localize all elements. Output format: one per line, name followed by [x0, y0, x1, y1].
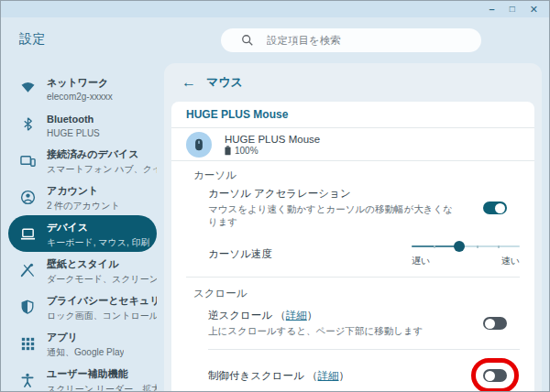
- sidebar-item-sublabel: elecom2g-xxxxx: [47, 92, 113, 102]
- device-row: HUGE PLUS Mouse 100%: [171, 128, 534, 161]
- search-icon: [241, 34, 254, 47]
- slider-thumb[interactable]: [454, 241, 465, 252]
- sidebar-item-sublabel: HUGE PLUS: [47, 128, 100, 138]
- sidebar-item-sublabel: スマートフォン ハブ、クイック...: [47, 163, 157, 176]
- setting-row-controlled-scroll: 制御付きスクロール （詳細）: [171, 352, 534, 391]
- page-title: 設定: [19, 31, 46, 48]
- privacy-icon: [19, 299, 36, 315]
- sidebar-item-network[interactable]: ネットワークelecom2g-xxxxx: [8, 69, 157, 105]
- back-arrow-icon[interactable]: ←: [177, 74, 201, 91]
- close-button[interactable]: ✕: [530, 5, 538, 15]
- controlled-scroll-toggle[interactable]: [483, 369, 507, 382]
- slider-min-label: 遅い: [412, 255, 430, 267]
- sidebar-item-sublabel: 2 件のアカウント: [47, 200, 120, 212]
- accessibility-icon: [19, 372, 36, 388]
- main-panel: ← マウス HUGE PLUS Mouse HUGE PLUS Mouse 10…: [164, 63, 542, 391]
- sidebar-item-sublabel: スクリーン リーダー、拡大: [47, 383, 157, 392]
- app-header: 設定: [1, 17, 549, 63]
- setting-title: 制御付きスクロール: [208, 370, 304, 381]
- sidebar-item-privacy-security[interactable]: プライバシーとセキュリティロック画面、コントロール: [8, 289, 157, 325]
- section-label-scroll: スクロール: [171, 279, 534, 299]
- setting-row-cursor-speed: カーソル速度 遅い 速い: [171, 234, 534, 273]
- cursor-speed-slider: 遅い 速い: [412, 240, 520, 267]
- bluetooth-icon: [19, 115, 36, 132]
- setting-subtitle: 上にスクロールすると、ページ下部に移動します: [208, 325, 459, 338]
- app-body: ネットワークelecom2g-xxxxx BluetoothHUGE PLUS …: [1, 63, 549, 391]
- settings-window: – □ ✕ 設定 ネットワークelecom2g-xxxxx BluetoothH…: [0, 0, 550, 392]
- battery-icon: [225, 146, 231, 156]
- paren: （: [275, 310, 286, 321]
- setting-row-cursor-acceleration: カーソル アクセラレーション マウスをより速く動かすとカーソルの移動幅が大きくな…: [171, 181, 534, 234]
- setting-title: カーソル速度: [208, 247, 401, 261]
- sidebar-item-device[interactable]: デバイスキーボード, マウス, 印刷: [8, 215, 157, 252]
- sidebar-item-label: ユーザー補助機能: [47, 368, 128, 379]
- sidebar-item-sublabel: ダークモード、スクリーン セー...: [47, 273, 157, 286]
- sidebar-item-label: アカウント: [47, 185, 98, 196]
- sidebar-item-accounts[interactable]: アカウント2 件のアカウント: [8, 179, 157, 215]
- paren: ）: [339, 370, 350, 381]
- laptop-icon: [19, 225, 36, 242]
- minimize-button[interactable]: –: [490, 5, 495, 15]
- sidebar-item-label: デバイス: [47, 222, 88, 233]
- sidebar-item-sublabel: 通知、Google Play: [47, 346, 124, 359]
- cursor-acceleration-toggle[interactable]: [483, 201, 507, 214]
- sidebar-item-wallpaper-style[interactable]: 壁紙とスタイルダークモード、スクリーン セー...: [8, 252, 157, 289]
- reverse-scroll-detail-link[interactable]: 詳細: [286, 310, 307, 321]
- setting-title: 逆スクロール: [208, 310, 272, 321]
- divider: [208, 349, 520, 350]
- sidebar-item-label: プライバシーとセキュリティ: [47, 295, 157, 306]
- brush-icon: [19, 262, 36, 278]
- sidebar: ネットワークelecom2g-xxxxx BluetoothHUGE PLUS …: [1, 63, 164, 391]
- sidebar-item-label: 壁紙とスタイル: [47, 258, 118, 269]
- sidebar-item-accessibility[interactable]: ユーザー補助機能スクリーン リーダー、拡大: [8, 362, 157, 392]
- setting-subtitle: マウスをより速く動かすとカーソルの移動幅が大きくなります: [208, 203, 459, 229]
- slider-track[interactable]: [412, 240, 520, 253]
- connected-devices-icon: [19, 152, 36, 169]
- sidebar-item-connected-devices[interactable]: 接続済みのデバイススマートフォン ハブ、クイック...: [8, 142, 157, 179]
- page-subheader: ← マウス: [164, 63, 542, 102]
- sidebar-item-label: アプリ: [47, 332, 78, 343]
- paren: ）: [307, 310, 318, 321]
- paren: （: [307, 370, 318, 381]
- reverse-scroll-toggle[interactable]: [483, 317, 507, 330]
- sidebar-item-sublabel: ロック画面、コントロール: [47, 310, 157, 322]
- search-input[interactable]: [267, 35, 470, 46]
- battery-percent: 100%: [235, 146, 258, 156]
- mouse-icon: [192, 138, 205, 151]
- setting-title: カーソル アクセラレーション: [208, 187, 459, 201]
- subpage-title: マウス: [206, 74, 243, 91]
- slider-max-label: 速い: [501, 255, 520, 267]
- setting-row-reverse-scroll: 逆スクロール （詳細） 上にスクロールすると、ページ下部に移動します: [171, 299, 534, 347]
- sidebar-item-label: 接続済みのデバイス: [47, 148, 139, 159]
- card-title: HUGE PLUS Mouse: [171, 102, 534, 128]
- window-titlebar: – □ ✕: [1, 1, 549, 17]
- sidebar-item-apps[interactable]: アプリ通知、Google Play: [8, 325, 157, 362]
- apps-icon: [19, 335, 36, 352]
- search-bar[interactable]: [221, 28, 481, 52]
- sidebar-item-label: ネットワーク: [47, 77, 108, 88]
- avatar: [186, 132, 212, 158]
- device-name: HUGE PLUS Mouse: [225, 134, 320, 145]
- divider: [186, 277, 520, 278]
- sidebar-item-label: Bluetooth: [47, 114, 94, 125]
- maximize-button[interactable]: □: [510, 5, 515, 14]
- sidebar-item-sublabel: キーボード, マウス, 印刷: [47, 236, 150, 249]
- section-label-cursor: カーソル: [171, 161, 534, 181]
- account-icon: [19, 189, 36, 205]
- settings-card: HUGE PLUS Mouse HUGE PLUS Mouse 100% カーソ…: [171, 102, 534, 391]
- sidebar-item-bluetooth[interactable]: BluetoothHUGE PLUS: [8, 105, 157, 142]
- controlled-scroll-detail-link[interactable]: 詳細: [318, 370, 339, 381]
- wifi-icon: [19, 79, 36, 95]
